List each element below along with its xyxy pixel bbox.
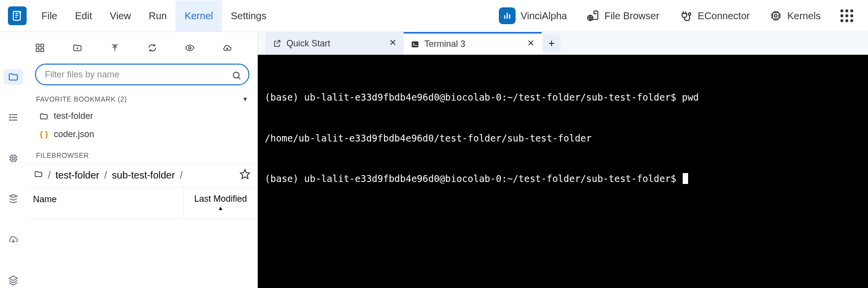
new-folder-button[interactable] [69, 39, 86, 57]
svg-point-1 [20, 12, 21, 13]
launcher-button[interactable] [31, 39, 49, 57]
terminal-prompt: (base) ub-lalit-e33d9fbdb4e96d0@biocolab… [265, 172, 861, 186]
filebrowser-label: File Browser [604, 10, 659, 22]
column-modified[interactable]: Last Modified ▲ [183, 187, 257, 218]
svg-point-22 [227, 48, 228, 49]
close-icon[interactable] [527, 39, 535, 49]
breadcrumb-seg-1[interactable]: test-folder [56, 170, 100, 181]
file-sidebar: FAVORITE BOOKMARK (2) ▼ test-folder { } … [27, 32, 258, 288]
svg-point-11 [10, 117, 11, 118]
tab-terminal[interactable]: Terminal 3 [404, 32, 542, 55]
refresh-button[interactable] [143, 39, 161, 57]
apps-menu-button[interactable] [840, 9, 853, 22]
app-logo[interactable] [8, 6, 27, 25]
favorite-item-folder[interactable]: test-folder [32, 107, 252, 125]
breadcrumb-sep: / [48, 170, 51, 181]
folder-outline-icon [39, 112, 49, 121]
svg-point-9 [10, 114, 11, 115]
content-area: FAVORITE BOOKMARK (2) ▼ test-folder { } … [0, 32, 868, 288]
svg-point-13 [10, 120, 11, 121]
favorite-item-label: test-folder [54, 111, 93, 121]
tab-quickstart[interactable]: Quick Start [266, 32, 404, 55]
toggle-hidden-button[interactable] [181, 39, 199, 57]
json-file-icon: { } [39, 130, 49, 139]
external-link-icon [273, 39, 281, 48]
svg-rect-17 [36, 44, 39, 47]
top-right-toolbar: VinciAlpha File Browser ECo [499, 7, 863, 24]
activity-layers[interactable] [3, 272, 23, 288]
globe-file-icon [587, 9, 599, 22]
filebrowser-button[interactable]: File Browser [587, 9, 659, 22]
file-table-header: Name Last Modified ▲ [27, 187, 257, 219]
column-modified-label: Last Modified [194, 194, 247, 204]
menu-items: File Edit View Run Kernel Settings [33, 0, 275, 32]
layers-icon [8, 275, 19, 286]
svg-point-8 [774, 14, 777, 17]
terminal-cursor [683, 173, 688, 184]
svg-point-21 [189, 47, 191, 49]
svg-rect-7 [773, 13, 779, 19]
terminal-line: /home/ub-lalit-e33d9fbdb4e96d0/test-fold… [265, 132, 861, 145]
search-icon [232, 71, 242, 80]
svg-rect-28 [412, 41, 418, 47]
svg-marker-25 [241, 170, 249, 179]
sort-asc-icon: ▲ [218, 205, 224, 212]
tab-quickstart-label: Quick Start [286, 38, 330, 49]
close-icon[interactable] [389, 38, 397, 49]
favorite-section-header[interactable]: FAVORITE BOOKMARK (2) ▼ [27, 90, 257, 107]
svg-rect-20 [41, 49, 44, 52]
favorite-item-json[interactable]: { } coder.json [32, 125, 252, 144]
activity-chip[interactable] [3, 150, 23, 166]
econnector-label: EConnector [698, 10, 750, 22]
menu-kernel[interactable]: Kernel [175, 0, 222, 32]
eye-icon [185, 43, 195, 53]
kernels-button[interactable]: Kernels [769, 9, 821, 22]
tab-bar: Quick Start Terminal 3 [258, 32, 868, 55]
menu-file[interactable]: File [33, 0, 66, 32]
menu-run[interactable]: Run [140, 0, 176, 32]
breadcrumb-sep: / [180, 170, 183, 181]
sidebar-toolbar [27, 32, 257, 61]
cloud-download-icon [8, 234, 19, 245]
menu-edit[interactable]: Edit [66, 0, 101, 32]
plug-icon [679, 9, 693, 23]
folder-plus-icon [72, 43, 82, 53]
column-name[interactable]: Name [27, 187, 183, 218]
top-menu-bar: File Edit View Run Kernel Settings Vinci… [0, 0, 868, 32]
upload-button[interactable] [106, 39, 124, 57]
vincialpha-label: VinciAlpha [521, 10, 567, 22]
menu-settings[interactable]: Settings [222, 0, 275, 32]
activity-cloud[interactable] [3, 231, 23, 247]
activity-toc[interactable] [3, 109, 23, 125]
activity-files[interactable] [3, 69, 23, 85]
list-icon [8, 112, 19, 123]
breadcrumb-seg-2[interactable]: sub-test-folder [112, 170, 175, 181]
plus-icon [547, 39, 556, 48]
grid-icon [35, 43, 45, 53]
folder-small-icon [34, 170, 43, 181]
cloud-sync-button[interactable] [218, 39, 236, 57]
add-tab-button[interactable] [543, 35, 560, 52]
stacks-icon [8, 193, 19, 204]
kernels-label: Kernels [787, 10, 821, 22]
vincialpha-button[interactable]: VinciAlpha [499, 7, 567, 24]
terminal-output[interactable]: (base) ub-lalit-e33d9fbdb4e96d0@biocolab… [258, 55, 868, 288]
filter-wrap [27, 61, 257, 90]
favorite-header-label: FAVORITE BOOKMARK (2) [36, 95, 127, 103]
favorite-item-label: coder.json [54, 129, 94, 140]
svg-rect-15 [11, 155, 16, 161]
chevron-down-icon: ▼ [243, 96, 248, 103]
filebrowser-section-header: FILEBROWSER [27, 144, 257, 163]
cloud-icon [222, 43, 232, 53]
menu-view[interactable]: View [101, 0, 140, 32]
favorite-star-button[interactable] [240, 169, 250, 182]
filter-input[interactable] [35, 64, 249, 85]
terminal-icon [411, 40, 419, 49]
svg-rect-18 [41, 44, 44, 47]
bar-chart-icon [499, 7, 516, 24]
breadcrumb: / test-folder / sub-test-folder / [27, 163, 257, 187]
svg-point-6 [688, 13, 691, 15]
activity-stacks[interactable] [3, 191, 23, 207]
econnector-button[interactable]: EConnector [679, 9, 750, 23]
refresh-icon [147, 43, 157, 53]
